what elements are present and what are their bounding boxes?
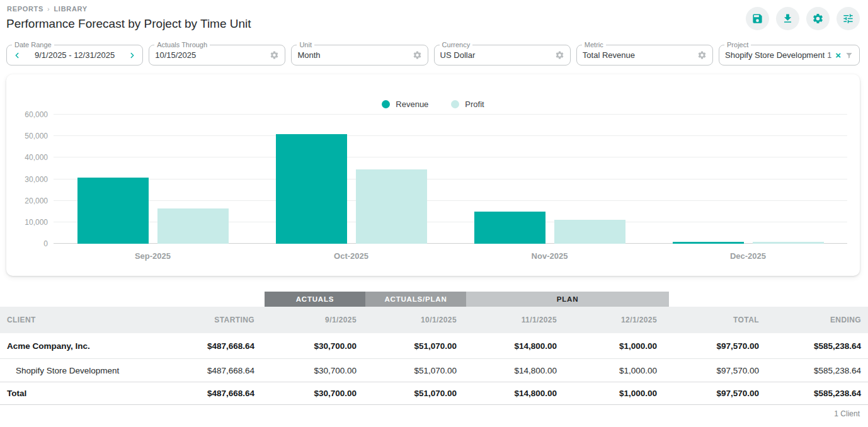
currency-field[interactable]: Currency US Dollar	[434, 45, 571, 65]
actuals-through-value: 10/15/2025	[155, 50, 270, 60]
y-axis-tick: 40,000	[25, 153, 48, 162]
settings-button[interactable]	[806, 7, 830, 30]
row-label-cell: Total	[0, 389, 164, 398]
date-range-prev-button[interactable]	[13, 51, 21, 60]
download-icon	[782, 13, 794, 25]
chart-card: Revenue Profit 010,00020,00030,00040,000…	[6, 74, 860, 276]
table-row-total: Total$487,668.64$30,700.00$51,070.00$14,…	[0, 382, 868, 405]
date-range-next-button[interactable]	[128, 51, 137, 60]
currency-label: Currency	[440, 41, 473, 49]
legend-item-revenue[interactable]: Revenue	[382, 100, 428, 109]
client-count: 1 Client	[834, 409, 860, 418]
unit-settings-button[interactable]	[413, 50, 422, 60]
value-cell: $51,070.00	[360, 341, 460, 351]
gridline-30000	[54, 179, 847, 179]
gear-icon	[270, 50, 279, 60]
bar-profit-sep-2025[interactable]	[157, 208, 229, 244]
value-cell: $97,570.00	[661, 341, 763, 351]
bar-revenue-oct-2025[interactable]	[276, 134, 347, 244]
bar-revenue-sep-2025[interactable]	[77, 178, 149, 244]
project-clear-button[interactable]: ×	[835, 50, 845, 60]
forecast-table: CLIENTSTARTING9/1/202510/1/202511/1/2025…	[0, 307, 868, 405]
forecast-mode-tabs: ACTUALSACTUALS/PLANPLAN	[265, 292, 669, 307]
x-axis-label-nov-2025: Nov-2025	[532, 251, 568, 261]
bar-chart: 010,00020,00030,00040,00050,00060,000Sep…	[54, 115, 847, 244]
unit-value: Month	[297, 50, 412, 60]
y-axis-tick: 30,000	[25, 175, 48, 184]
metric-field[interactable]: Metric Total Revenue	[576, 45, 713, 65]
actuals-through-settings-button[interactable]	[270, 50, 279, 60]
bar-profit-dec-2025[interactable]	[753, 242, 824, 244]
y-axis-tick: 0	[43, 239, 48, 248]
chevron-right-icon	[128, 51, 137, 60]
gridline-40000	[54, 157, 847, 157]
date-range-field[interactable]: Date Range 9/1/2025 - 12/31/2025	[6, 45, 143, 65]
x-axis-label-oct-2025: Oct-2025	[334, 251, 368, 261]
column-header-10-1-2025: 10/1/2025	[360, 316, 460, 324]
value-cell: $97,570.00	[661, 389, 763, 398]
page-title: Performance Forecast by Project by Time …	[6, 17, 251, 31]
project-field[interactable]: Project Shopify Store Development 1 ×	[719, 45, 860, 65]
project-filter-button[interactable]	[845, 51, 854, 60]
legend-label-revenue: Revenue	[396, 100, 428, 109]
bar-revenue-nov-2025[interactable]	[474, 212, 545, 244]
display-options-button[interactable]	[837, 7, 860, 30]
bar-profit-oct-2025[interactable]	[356, 169, 427, 244]
tab-plan[interactable]: PLAN	[466, 292, 669, 307]
value-cell: $51,070.00	[360, 389, 460, 398]
metric-settings-button[interactable]	[697, 50, 707, 60]
currency-settings-button[interactable]	[555, 50, 564, 60]
column-header-total: TOTAL	[661, 316, 763, 324]
y-axis-tick: 60,000	[25, 110, 48, 119]
project-count-badge: 1	[827, 51, 831, 60]
project-label: Project	[724, 41, 751, 49]
download-button[interactable]	[776, 7, 799, 30]
value-cell: $1,000.00	[561, 341, 661, 351]
metric-value: Total Revenue	[583, 50, 697, 60]
unit-field[interactable]: Unit Month	[291, 45, 428, 65]
legend-label-profit: Profit	[465, 100, 484, 109]
gridline-60000	[54, 114, 847, 115]
revenue-dot-icon	[382, 100, 390, 108]
gear-icon	[413, 50, 422, 60]
chart-legend: Revenue Profit	[6, 100, 860, 109]
breadcrumb-reports[interactable]: REPORTS	[7, 5, 43, 13]
column-header-9-1-2025: 9/1/2025	[258, 316, 360, 324]
breadcrumb-library[interactable]: LIBRARY	[54, 5, 87, 13]
value-cell: $51,070.00	[360, 366, 460, 375]
gear-icon	[555, 50, 564, 60]
value-cell: $1,000.00	[561, 366, 661, 375]
filter-bar: Date Range 9/1/2025 - 12/31/2025 Actuals…	[6, 45, 860, 65]
column-header-11-1-2025: 11/1/2025	[460, 316, 561, 324]
x-axis-label-dec-2025: Dec-2025	[730, 251, 766, 261]
y-axis-tick: 10,000	[25, 218, 48, 227]
table-header-row: CLIENTSTARTING9/1/202510/1/202511/1/2025…	[0, 307, 868, 333]
save-icon	[751, 13, 763, 25]
gridline-50000	[54, 135, 847, 136]
value-cell: $487,668.64	[164, 366, 258, 375]
value-cell: $30,700.00	[258, 366, 360, 375]
value-cell: $1,000.00	[561, 389, 661, 398]
value-cell: $487,668.64	[164, 389, 258, 398]
gear-icon	[697, 50, 707, 60]
value-cell: $487,668.64	[164, 341, 258, 351]
breadcrumb: REPORTS›LIBRARY	[7, 5, 88, 13]
value-cell: $14,800.00	[460, 389, 561, 398]
row-label-cell: Acme Company, Inc.	[0, 341, 164, 351]
chevron-left-icon	[13, 51, 21, 60]
gridline-20000	[54, 200, 847, 201]
toolbar	[746, 7, 860, 30]
y-axis-tick: 50,000	[25, 132, 48, 140]
sliders-icon	[842, 13, 854, 25]
tab-actuals[interactable]: ACTUALS	[265, 292, 365, 307]
date-range-value: 9/1/2025 - 12/31/2025	[21, 50, 128, 60]
y-axis-tick: 20,000	[25, 196, 48, 205]
actuals-through-field[interactable]: Actuals Through 10/15/2025	[149, 45, 285, 65]
bar-revenue-dec-2025[interactable]	[673, 242, 744, 244]
gear-icon	[812, 13, 824, 25]
bar-profit-nov-2025[interactable]	[554, 220, 625, 244]
project-value: Shopify Store Development	[725, 50, 825, 60]
tab-actuals-plan[interactable]: ACTUALS/PLAN	[365, 292, 466, 307]
legend-item-profit[interactable]: Profit	[451, 100, 484, 109]
save-button[interactable]	[746, 7, 769, 30]
